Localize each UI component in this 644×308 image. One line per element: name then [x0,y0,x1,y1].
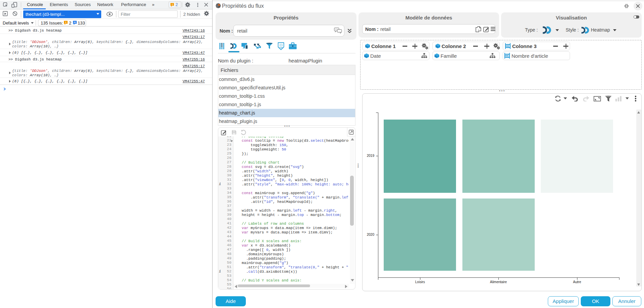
svg-text:}: } [281,43,282,46]
svg-text:CSS: CSS [279,47,283,49]
svg-text:{: { [279,43,280,46]
